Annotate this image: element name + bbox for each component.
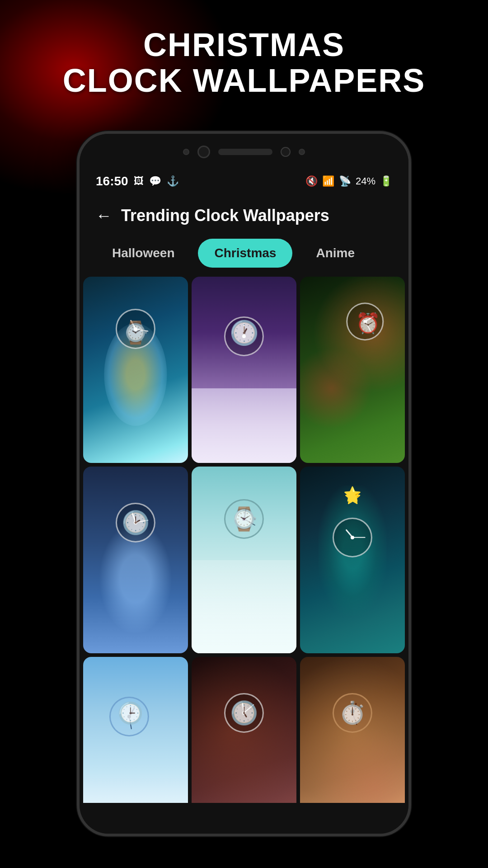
header-title: Trending Clock Wallpapers (121, 206, 329, 225)
clock-overlay-1 (116, 309, 155, 349)
tab-anime[interactable]: Anime (300, 239, 371, 268)
status-left: 16:50 🖼 💬 ⚓ (96, 174, 179, 189)
title-line1: CHRISTMAS (143, 27, 345, 63)
hour-hand-5 (244, 509, 247, 519)
star-icon-6: ⭐ (343, 486, 361, 503)
camera-dot-main (197, 146, 210, 158)
wallpaper-card-7[interactable] (83, 657, 188, 803)
app-header: ← Trending Clock Wallpapers (80, 193, 408, 234)
status-right: 🔇 📶 📡 24% 🔋 (305, 175, 392, 187)
clock-center-6 (351, 536, 354, 539)
wallpaper-card-8[interactable] (192, 657, 296, 803)
wallpaper-card-2[interactable] (192, 277, 296, 463)
status-mute-icon: 🔇 (305, 175, 318, 187)
clock-face-1 (117, 310, 154, 347)
page-title: CHRISTMAS CLOCK WALLPAPERS (0, 27, 488, 99)
clock-center-4 (134, 521, 137, 524)
clock-center-8 (242, 711, 246, 715)
minute-hand-4 (136, 520, 149, 523)
hour-hand-7 (129, 707, 135, 717)
camera-area (80, 134, 408, 170)
clock-overlay-5 (224, 499, 264, 539)
minute-hand-3 (365, 321, 371, 332)
camera-dot-left (183, 149, 189, 155)
wallpaper-grid: ⭐ (80, 277, 408, 803)
clock-face-2 (225, 318, 263, 355)
title-area: CHRISTMAS CLOCK WALLPAPERS (0, 27, 488, 99)
minute-hand-2 (244, 323, 244, 336)
minute-hand-1 (136, 328, 149, 331)
speaker-grill (218, 149, 272, 155)
status-battery-icon: 🔋 (380, 175, 392, 187)
hour-hand-1 (130, 320, 136, 329)
clock-center-7 (127, 715, 131, 718)
tab-halloween[interactable]: Halloween (96, 239, 191, 268)
clock-overlay-6 (333, 518, 372, 557)
hour-hand-2 (244, 326, 245, 336)
clock-center-1 (134, 327, 137, 330)
clock-center-2 (242, 335, 246, 338)
hour-hand-3 (365, 316, 374, 322)
clock-face-7 (111, 698, 148, 735)
title-line2: CLOCK WALLPAPERS (63, 62, 426, 99)
status-time: 16:50 (96, 174, 128, 189)
minute-hand-5 (244, 519, 256, 526)
front-camera (281, 147, 291, 157)
minute-hand-6 (352, 537, 366, 538)
clock-face-6 (334, 519, 371, 556)
minute-hand-9 (352, 712, 357, 725)
filter-tabs: Halloween Christmas Anime (80, 234, 408, 277)
clock-overlay-7 (109, 697, 149, 736)
clock-overlay-8 (224, 693, 264, 733)
clock-center-9 (351, 711, 354, 715)
app-content: ← Trending Clock Wallpapers Halloween Ch… (80, 193, 408, 803)
status-icon-msg: 💬 (149, 175, 161, 187)
back-button[interactable]: ← (96, 206, 112, 225)
clock-center-3 (363, 320, 367, 323)
wallpaper-card-9[interactable] (300, 657, 405, 803)
hour-hand-8 (242, 703, 245, 713)
wallpaper-card-3[interactable] (300, 277, 405, 463)
status-icon-photo: 🖼 (134, 175, 144, 187)
phone-top-bar (80, 134, 408, 170)
minute-hand-7 (129, 717, 132, 730)
status-signal-icon: 📡 (339, 175, 351, 187)
tab-christmas[interactable]: Christmas (198, 239, 292, 268)
clock-face-8 (225, 694, 263, 731)
wallpaper-card-1[interactable] (83, 277, 188, 463)
wallpaper-card-5[interactable] (192, 467, 296, 653)
clock-overlay-2 (224, 316, 264, 356)
phone-frame: 16:50 🖼 💬 ⚓ 🔇 📶 📡 24% 🔋 ← Trending Clock… (77, 131, 411, 836)
status-bar: 16:50 🖼 💬 ⚓ 🔇 📶 📡 24% 🔋 (80, 170, 408, 193)
camera-dot-right (299, 149, 305, 155)
wallpaper-card-6[interactable]: ⭐ (300, 467, 405, 653)
status-wifi-icon: 📶 (322, 175, 334, 187)
clock-face-5 (225, 500, 263, 538)
hour-hand-9 (352, 703, 357, 713)
status-battery: 24% (356, 175, 375, 187)
clock-center-5 (242, 517, 246, 521)
phone-bottom (80, 803, 408, 836)
clock-overlay-4 (116, 503, 155, 542)
clock-overlay-9 (333, 693, 372, 733)
clock-face-3 (347, 304, 383, 339)
clock-face-4 (117, 504, 154, 541)
hour-hand-4 (131, 513, 136, 523)
clock-overlay-3 (346, 302, 384, 340)
status-icon-loc: ⚓ (167, 175, 179, 187)
clock-face-9 (334, 694, 371, 731)
minute-hand-8 (244, 704, 254, 713)
wallpaper-card-4[interactable] (83, 467, 188, 653)
